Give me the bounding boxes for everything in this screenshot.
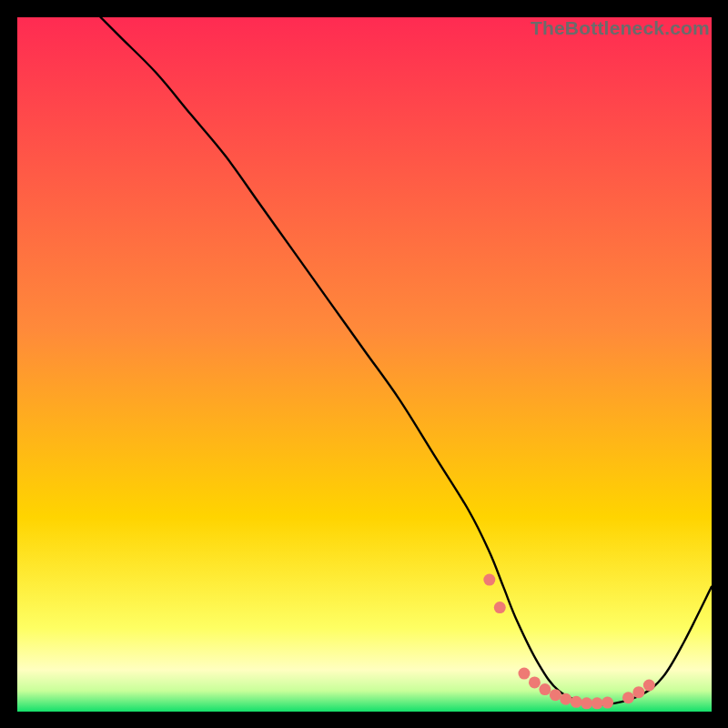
highlight-marker: [643, 680, 655, 692]
highlight-marker: [571, 696, 582, 708]
chart-svg: [17, 17, 712, 712]
highlight-marker: [494, 602, 506, 613]
highlight-marker: [483, 574, 495, 586]
highlight-marker: [518, 668, 530, 680]
highlight-marker: [529, 676, 541, 688]
highlight-marker: [592, 697, 603, 709]
gradient-background: [17, 17, 712, 712]
highlight-marker: [581, 697, 592, 709]
highlight-marker: [560, 693, 571, 705]
chart-frame: TheBottleneck.com: [17, 17, 712, 712]
watermark-text: TheBottleneck.com: [531, 17, 710, 39]
highlight-marker: [602, 697, 613, 709]
highlight-marker: [550, 689, 561, 701]
highlight-marker: [539, 683, 551, 695]
highlight-marker: [622, 692, 634, 703]
highlight-marker: [632, 686, 644, 698]
